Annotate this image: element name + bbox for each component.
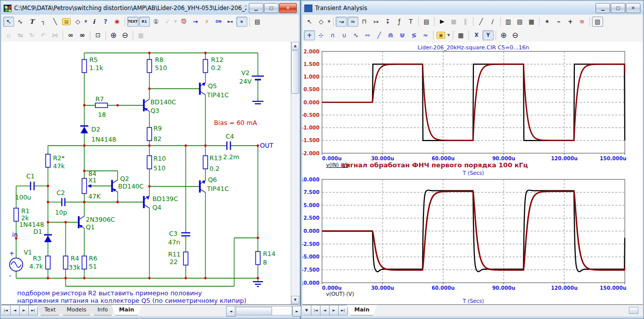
crosshair-tool-icon[interactable]: + bbox=[565, 17, 576, 27]
zoom-in-icon[interactable]: ⊕ bbox=[498, 30, 509, 40]
text-attribute-icon[interactable]: TEXT bbox=[127, 17, 138, 27]
tab-info[interactable]: Info bbox=[90, 305, 116, 315]
prev-page-button[interactable]: ◄ bbox=[320, 305, 330, 315]
grid-horizontal-icon[interactable]: ▤ bbox=[514, 17, 525, 27]
go-to-valley-icon[interactable]: ∪ bbox=[339, 30, 350, 40]
vip-mode-icon[interactable]: ✓ bbox=[162, 17, 173, 27]
hscroll-thumb[interactable] bbox=[236, 307, 272, 315]
close-button[interactable]: ✕ bbox=[626, 3, 640, 13]
tab-models[interactable]: Models bbox=[59, 305, 94, 315]
minimize-button[interactable]: ▁ bbox=[249, 3, 263, 13]
tangent-tool-icon[interactable]: ⌁ bbox=[553, 17, 564, 27]
cursor-mode-icon[interactable]: ↝ bbox=[336, 17, 347, 27]
rotate-tool-icon[interactable]: ↻ bbox=[26, 30, 37, 40]
text-mode-icon[interactable]: T bbox=[26, 17, 37, 27]
first-page-button[interactable]: |◄ bbox=[311, 305, 320, 315]
cursor-single-icon[interactable]: ⊹ bbox=[315, 30, 327, 40]
flip-tool-icon[interactable]: ↹ bbox=[15, 30, 26, 40]
vip-mode-caret[interactable]: ▼ bbox=[174, 20, 178, 24]
mirror-tool-icon[interactable]: ⋈ bbox=[49, 30, 61, 40]
zoom-out-icon[interactable]: ⊖ bbox=[120, 30, 131, 40]
line-mode-icon[interactable]: ╲ bbox=[49, 17, 61, 27]
global-high-icon[interactable]: ⋒ bbox=[385, 30, 396, 40]
scale-x-icon[interactable]: X bbox=[471, 30, 482, 40]
schematic-svg[interactable]: R51.1kR8510R120.2V224VR718Q5TIP41CBD140C… bbox=[2, 42, 291, 304]
component-mode-icon[interactable]: ∿ bbox=[15, 17, 26, 27]
slope-points-icon[interactable]: ∕ bbox=[487, 17, 498, 27]
zoom-in-icon[interactable]: ⊕ bbox=[108, 30, 119, 40]
next-page-button[interactable]: ► bbox=[330, 305, 339, 315]
slope-line-icon[interactable]: ╱ bbox=[475, 17, 487, 27]
scale-y-icon[interactable]: Y bbox=[482, 30, 494, 40]
pin-leads-icon[interactable]: ⊷ bbox=[225, 17, 236, 27]
scope-window-icon[interactable]: ▨ bbox=[592, 17, 603, 27]
numeric-output-icon[interactable]: ▦ bbox=[455, 30, 466, 40]
last-page-button[interactable]: ►| bbox=[29, 305, 38, 315]
scroll-down-icon[interactable]: ▼ bbox=[291, 296, 299, 304]
formula-text-icon[interactable]: ƒ bbox=[394, 17, 405, 27]
power-display-icon[interactable]: ⚡ bbox=[201, 17, 212, 27]
shape-tools-icon[interactable]: ◇ bbox=[315, 17, 327, 27]
go-to-low-icon[interactable]: ∾ bbox=[362, 30, 373, 40]
last-page-button[interactable]: ►| bbox=[339, 305, 348, 315]
info-mode-icon[interactable]: i bbox=[88, 17, 99, 27]
vertical-tag-icon[interactable]: ↧ bbox=[382, 17, 393, 27]
step-tool-icon[interactable]: ↶ bbox=[38, 30, 49, 40]
shape-tools-caret[interactable]: ▼ bbox=[327, 20, 331, 24]
scroll-up-icon[interactable]: ▲ bbox=[291, 42, 299, 50]
pin-connections-icon[interactable]: ⌖ bbox=[236, 17, 247, 27]
node-voltages-icon[interactable]: ⑬ bbox=[178, 17, 189, 27]
shape-tools-caret[interactable]: ▼ bbox=[84, 20, 88, 24]
go-to-performance-icon[interactable]: ▣ bbox=[437, 32, 445, 39]
current-display-icon[interactable]: → bbox=[190, 17, 201, 27]
plots-svg[interactable]: Lider-206_20kHz-square.CIR C5=0...16n2.0… bbox=[302, 42, 643, 304]
data-point-marks-icon[interactable]: ✶ bbox=[542, 17, 553, 27]
first-page-button[interactable]: |◄ bbox=[2, 305, 11, 315]
tab-main[interactable]: Main bbox=[112, 305, 142, 315]
scroll-thumb[interactable] bbox=[291, 50, 299, 94]
data-point-mode-icon[interactable]: ≈ bbox=[347, 17, 358, 27]
analysis-titlebar[interactable]: Transient Analysis ▁ ▢ ✕ bbox=[302, 2, 642, 15]
grid-toggle-icon[interactable]: ▦ bbox=[135, 30, 146, 40]
node-numbers-icon[interactable]: ① bbox=[150, 17, 162, 27]
minimize-button[interactable]: ▁ bbox=[596, 3, 610, 13]
hscroll-track[interactable] bbox=[235, 306, 292, 315]
maximize-button[interactable]: ▢ bbox=[264, 3, 279, 13]
stop-button-icon[interactable]: ■ bbox=[448, 17, 459, 27]
component-list-icon[interactable]: ▤ bbox=[62, 18, 71, 25]
design-preview-icon[interactable]: ⊡ bbox=[92, 30, 103, 40]
zoom-out-icon[interactable]: ⊖ bbox=[510, 30, 521, 40]
go-to-performance-caret[interactable]: ▼ bbox=[447, 33, 451, 37]
hold-mode-icon[interactable]: ⊓ bbox=[359, 17, 370, 27]
envelope-low-icon[interactable]: ≶ bbox=[408, 30, 419, 40]
grid-vertical-icon[interactable]: ▥ bbox=[503, 17, 514, 27]
help-mode-icon[interactable]: ? bbox=[100, 17, 111, 27]
select-tool-icon[interactable]: ↖ bbox=[3, 17, 14, 27]
hscroll-grip[interactable] bbox=[629, 307, 638, 314]
cursor-both-icon[interactable]: + bbox=[304, 30, 315, 40]
schematic-vscrollbar[interactable]: ▲ ▼ bbox=[291, 42, 300, 304]
shape-tools-icon[interactable]: ◇ bbox=[72, 17, 83, 27]
select-area-icon[interactable]: ▫ bbox=[3, 30, 14, 40]
run-button-icon[interactable]: ▶ bbox=[437, 17, 448, 27]
close-button[interactable]: ✕ bbox=[279, 3, 297, 13]
value-attribute-icon[interactable]: R1 bbox=[139, 17, 150, 27]
global-low-icon[interactable]: ⋓ bbox=[397, 30, 408, 40]
go-to-peak-icon[interactable]: ∩ bbox=[327, 30, 338, 40]
trace-colors-icon[interactable]: ≋ bbox=[576, 17, 587, 27]
next-page-button[interactable]: ► bbox=[20, 305, 29, 315]
grid-both-icon[interactable]: ▦ bbox=[526, 17, 537, 27]
properties-icon[interactable]: ▤ bbox=[421, 17, 432, 27]
find-component-icon[interactable]: ∞ bbox=[77, 30, 88, 40]
tab-text[interactable]: Text bbox=[37, 305, 63, 315]
pause-button-icon[interactable]: ‖ bbox=[460, 17, 471, 27]
envelope-high-icon[interactable]: ≈ bbox=[420, 30, 431, 40]
prev-page-button[interactable]: ◄ bbox=[11, 305, 20, 315]
wire-mode-icon[interactable]: ┐ bbox=[38, 17, 49, 27]
condition-display-icon[interactable]: ON bbox=[213, 17, 224, 27]
tab-main[interactable]: Main bbox=[347, 305, 377, 315]
maximize-button[interactable]: ▢ bbox=[611, 3, 625, 13]
horizontal-tag-icon[interactable]: ↦ bbox=[370, 17, 382, 27]
text-mode-icon[interactable]: T bbox=[405, 17, 416, 27]
go-to-high-icon[interactable]: ∿ bbox=[350, 30, 361, 40]
